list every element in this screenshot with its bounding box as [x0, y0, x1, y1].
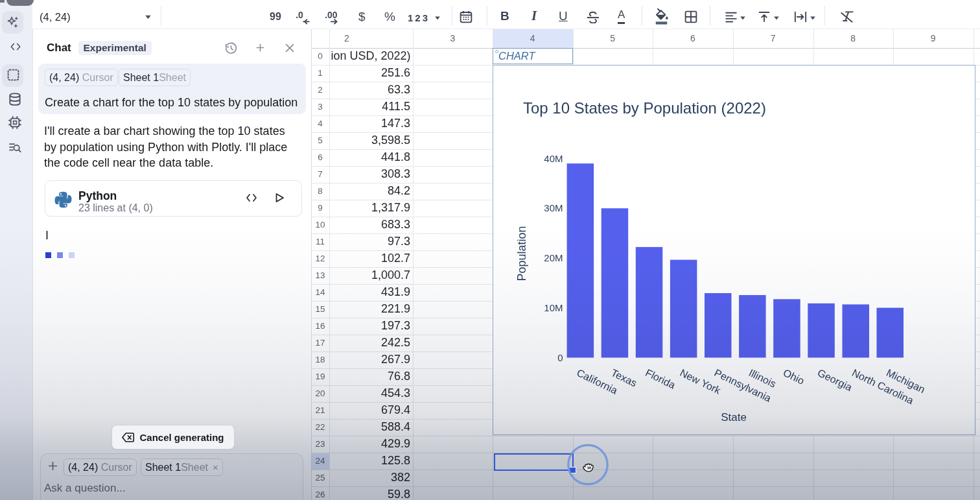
svg-text:0: 0 — [557, 351, 563, 363]
svg-text:Top 10 States by Population (2: Top 10 States by Population (2022) — [523, 99, 766, 116]
svg-text:Ohio: Ohio — [782, 366, 806, 386]
svg-text:.00: .00 — [325, 10, 338, 20]
svg-text:Population: Population — [515, 226, 528, 281]
svg-text:30M: 30M — [544, 202, 563, 213]
svg-text:Georgia: Georgia — [816, 366, 854, 392]
svg-text:State: State — [721, 411, 747, 423]
svg-text:10M: 10M — [544, 302, 563, 313]
svg-text:.0: .0 — [296, 10, 303, 20]
svg-text:20M: 20M — [544, 252, 563, 263]
svg-text:Florida: Florida — [644, 366, 677, 390]
svg-text:40M: 40M — [544, 152, 563, 163]
